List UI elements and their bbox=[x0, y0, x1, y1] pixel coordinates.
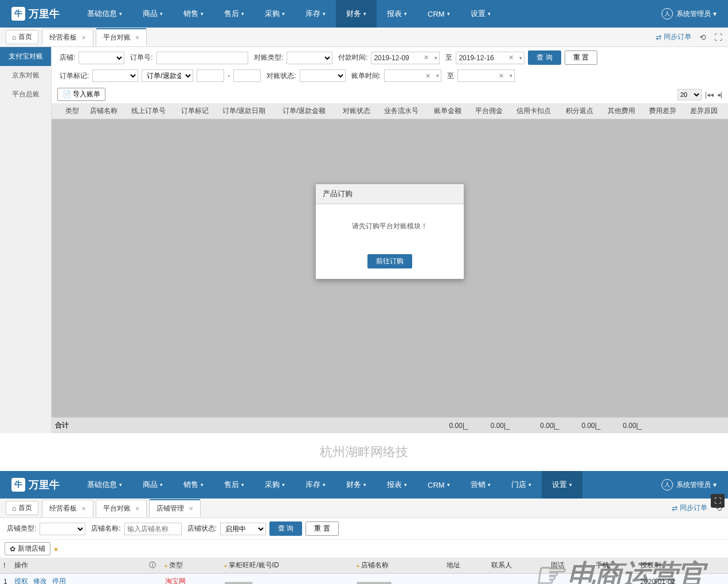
nav2-marketing[interactable]: 营销▾ bbox=[460, 471, 501, 499]
sidebar-alipay[interactable]: 支付宝对账 bbox=[0, 47, 51, 66]
th2-ops[interactable]: 操作 bbox=[11, 558, 146, 574]
clear-icon[interactable]: ✕ bbox=[508, 54, 514, 61]
nav2-product[interactable]: 商品▾ bbox=[132, 471, 173, 499]
sidebar-platform-total[interactable]: 平台总账 bbox=[0, 85, 51, 104]
op-auth[interactable]: 授权 bbox=[14, 577, 28, 584]
shop-label: 店铺: bbox=[60, 53, 75, 63]
chevron-down-icon: ▾ bbox=[519, 55, 522, 61]
shop-type-select[interactable] bbox=[40, 523, 85, 535]
shop-select[interactable] bbox=[79, 52, 124, 64]
logo: 牛 万里牛 bbox=[6, 7, 77, 21]
pay-date-to[interactable]: 2019-12-16✕▾ bbox=[456, 52, 525, 64]
clear-icon[interactable]: ✕ bbox=[424, 54, 429, 61]
nav-menu: 基础信息▾ 商品▾ 销售▾ 售后▾ 采购▾ 库存▾ 财务▾ 报表▾ CRM▾ 设… bbox=[77, 0, 656, 28]
query-button[interactable]: 查 询 bbox=[528, 50, 561, 65]
filter-row-shop: 店铺类型: 店铺名称: 店铺状态: 启用中 查 询 重 置 bbox=[0, 518, 728, 540]
modal-message: 请先订购平台对账模块！ bbox=[316, 204, 464, 248]
modal-overlay: 产品订购 请先订购平台对账模块！ 前往订购 bbox=[52, 80, 728, 433]
tab-close-icon[interactable]: × bbox=[135, 504, 140, 513]
overlay-brand: ☞ 电商运营官 bbox=[533, 555, 705, 584]
tab-dashboard[interactable]: 经营看板× bbox=[42, 29, 93, 46]
shop-name-input[interactable] bbox=[124, 523, 182, 535]
pay-time-label: 付款时间: bbox=[338, 53, 367, 63]
nav-report[interactable]: 报表▾ bbox=[377, 0, 417, 28]
nav2-report[interactable]: 报表▾ bbox=[377, 471, 417, 499]
row-type: 淘宝网 bbox=[162, 574, 221, 585]
tab2-platform-recon[interactable]: 平台对账× bbox=[96, 500, 147, 517]
order-no-input[interactable] bbox=[156, 52, 248, 64]
user-menu[interactable]: 人 系统管理员▾ bbox=[656, 8, 722, 20]
reset-button[interactable]: 重 置 bbox=[565, 50, 597, 65]
nav2-basic[interactable]: 基础信息▾ bbox=[77, 471, 132, 499]
chevron-down-icon: ▾ bbox=[436, 73, 439, 79]
nav2-sales[interactable]: 销售▾ bbox=[173, 471, 214, 499]
filter-row-1: 店铺: 订单号: 对账类型: 付款时间: 2019-12-09✕▾ 至 2019… bbox=[52, 47, 728, 68]
gear-icon: ✿ bbox=[10, 545, 15, 553]
nav-product[interactable]: 商品▾ bbox=[132, 0, 173, 28]
tab2-shop-manage[interactable]: 店铺管理× bbox=[149, 499, 201, 517]
user-icon: 人 bbox=[662, 479, 673, 490]
sidebar: 支付宝对账 京东对账 平台总账 bbox=[0, 47, 52, 433]
logo-icon: 牛 bbox=[11, 478, 25, 492]
home-tab[interactable]: ⌂首页 bbox=[6, 30, 38, 44]
tab-close-icon[interactable]: × bbox=[81, 504, 86, 513]
clear-icon[interactable]: ✕ bbox=[499, 72, 504, 80]
nav-aftersale[interactable]: 售后▾ bbox=[214, 0, 255, 28]
tab-platform-recon[interactable]: 平台对账× bbox=[96, 28, 147, 46]
logo-icon: 牛 bbox=[11, 7, 25, 21]
sync-orders-link-2[interactable]: ⇄ 同步订单 bbox=[672, 503, 707, 513]
th2-check[interactable]: ! bbox=[0, 558, 11, 574]
nav2-finance[interactable]: 财务▾ bbox=[336, 471, 377, 499]
home-tab-2[interactable]: ⌂首页 bbox=[6, 501, 38, 515]
refresh-icon[interactable]: ⟲ bbox=[699, 33, 706, 42]
nav2-aftersale[interactable]: 售后▾ bbox=[214, 471, 255, 499]
pay-date-from[interactable]: 2019-12-09✕▾ bbox=[371, 52, 440, 64]
fullscreen-icon[interactable]: ⛶ bbox=[714, 33, 722, 42]
chevron-down-icon: ▾ bbox=[510, 73, 512, 79]
tab-close-icon[interactable]: × bbox=[135, 33, 140, 42]
add-shop-button[interactable]: ✿新增店铺 bbox=[5, 542, 50, 555]
reset-button-2[interactable]: 重 置 bbox=[306, 521, 338, 536]
go-subscribe-button[interactable]: 前往订购 bbox=[367, 254, 412, 268]
nav2-stock[interactable]: 库存▾ bbox=[295, 471, 336, 499]
clear-icon[interactable]: ✕ bbox=[425, 72, 430, 80]
top-navbar: 牛 万里牛 基础信息▾ 商品▾ 销售▾ 售后▾ 采购▾ 库存▾ 财务▾ 报表▾ … bbox=[0, 0, 728, 28]
logo-2: 牛 万里牛 bbox=[6, 478, 77, 492]
user-icon: 人 bbox=[662, 8, 673, 20]
th2-addr[interactable]: 地址 bbox=[443, 558, 488, 574]
op-edit[interactable]: 修改 bbox=[33, 577, 47, 584]
sync-orders-link[interactable]: ⇄ 同步订单 bbox=[656, 32, 691, 42]
th2-shopname[interactable]: ▸店铺名称 bbox=[354, 558, 443, 574]
nav2-crm[interactable]: CRM▾ bbox=[417, 471, 460, 499]
nav2-settings[interactable]: 设置▾ bbox=[542, 471, 582, 499]
recon-type-select[interactable] bbox=[287, 52, 332, 64]
user-menu-2[interactable]: 人 系统管理员▾ bbox=[656, 479, 722, 490]
nav2-store[interactable]: 门店▾ bbox=[501, 471, 542, 499]
th2-type[interactable]: ▸类型 bbox=[162, 558, 221, 574]
tab-close-icon[interactable]: × bbox=[81, 33, 86, 42]
nav-settings[interactable]: 设置▾ bbox=[460, 0, 501, 28]
tab-close-icon[interactable]: × bbox=[189, 504, 193, 513]
nav-purchase[interactable]: 采购▾ bbox=[255, 0, 295, 28]
query-button-2[interactable]: 查 询 bbox=[269, 521, 302, 536]
nav-finance[interactable]: 财务▾ bbox=[336, 0, 377, 28]
row-ops: 授权 修改 停用 bbox=[11, 574, 146, 585]
nav-stock[interactable]: 库存▾ bbox=[295, 0, 336, 28]
nav2-purchase[interactable]: 采购▾ bbox=[255, 471, 295, 499]
subscription-modal: 产品订购 请先订购平台对账模块！ 前往订购 bbox=[315, 184, 464, 279]
home-icon: ⌂ bbox=[12, 504, 16, 512]
order-no-label: 订单号: bbox=[130, 53, 152, 63]
recon-status-label: 对账状态: bbox=[267, 71, 296, 81]
tab2-dashboard[interactable]: 经营看板× bbox=[42, 500, 93, 517]
bill-time-label: 账单时间: bbox=[351, 71, 381, 81]
nav-crm[interactable]: CRM▾ bbox=[417, 0, 460, 28]
th2-info[interactable]: ⓘ bbox=[146, 558, 162, 574]
nav-basic[interactable]: 基础信息▾ bbox=[77, 0, 132, 28]
tabs-row: ⌂首页 经营看板× 平台对账× ⇄ 同步订单 ⟲ ⛶ bbox=[0, 28, 728, 47]
sidebar-jd[interactable]: 京东对账 bbox=[0, 66, 51, 85]
th2-ww[interactable]: ▸掌柜旺旺/账号ID bbox=[221, 558, 353, 574]
shop-status-select[interactable]: 启用中 bbox=[220, 523, 266, 535]
op-disable[interactable]: 停用 bbox=[52, 577, 66, 584]
nav-sales[interactable]: 销售▾ bbox=[173, 0, 214, 28]
fullscreen-icon-2[interactable]: ⛶ bbox=[711, 494, 725, 508]
